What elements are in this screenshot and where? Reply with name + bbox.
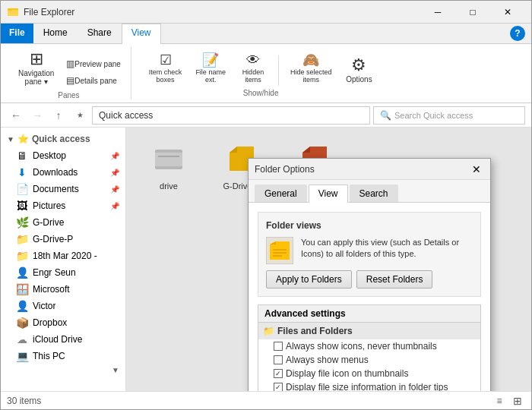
- list-view-button[interactable]: ≡: [492, 393, 507, 408]
- extensions-label: File nameext.: [195, 68, 226, 84]
- file-icon-checkbox[interactable]: ✓: [274, 369, 283, 378]
- dropbox-label: Dropbox: [33, 317, 67, 328]
- options-icon: ⚙: [351, 55, 366, 75]
- options-label: Options: [346, 75, 372, 84]
- desktop-icon: 🖥: [16, 150, 28, 162]
- folder-view-icon: [266, 237, 293, 264]
- apply-to-folders-button[interactable]: Apply to Folders: [266, 270, 352, 289]
- panes-group: ⊞ Navigation pane ▾ ▥ Preview pane ▤ Det…: [7, 47, 131, 99]
- adv-always-menus[interactable]: Always show menus: [258, 353, 480, 367]
- this-pc-icon: 💻: [16, 350, 28, 362]
- gdrive-icon: 🌿: [16, 216, 28, 229]
- reset-folders-button[interactable]: Reset Folders: [356, 270, 433, 289]
- sidebar-item-engr-seun[interactable]: 👤 Engr Seun: [1, 264, 125, 281]
- panes-label: Panes: [58, 91, 79, 99]
- 18th-mar-icon: 📁: [16, 250, 28, 262]
- adv-file-size[interactable]: ✓ Display file size information in folde…: [258, 380, 480, 391]
- dialog-tab-search[interactable]: Search: [350, 184, 398, 202]
- sidebar-item-victor[interactable]: 👤 Victor: [1, 298, 125, 314]
- show-hide-group: ☑ Item checkboxes 📝 File nameext. 👁 Hidd…: [138, 49, 385, 97]
- hidden-icon: 👁: [246, 52, 260, 68]
- file-extensions-button[interactable]: 📝 File nameext.: [190, 49, 231, 86]
- file-size-label: Display file size information in folder …: [286, 382, 448, 391]
- gdrive-label: G-Drive: [33, 217, 64, 228]
- details-view-button[interactable]: ⊞: [510, 393, 525, 408]
- sidebar-item-gdrive-p[interactable]: 📁 G-Drive-P: [1, 231, 125, 248]
- dialog-title-bar: Folder Options ✕: [249, 159, 490, 180]
- hidden-label: Hiddenitems: [242, 68, 264, 84]
- nav-pane-icon: ⊞: [30, 49, 43, 69]
- forward-button[interactable]: →: [28, 106, 46, 125]
- documents-icon: 📄: [16, 183, 28, 195]
- file-size-checkbox[interactable]: ✓: [274, 383, 283, 391]
- tab-share[interactable]: Share: [78, 24, 122, 43]
- hidden-items-button[interactable]: 👁 Hiddenitems: [234, 50, 272, 86]
- separator: [278, 55, 279, 86]
- hide-selected-button[interactable]: 🙈 Hide selecteditems: [285, 49, 337, 86]
- sidebar-item-downloads[interactable]: ⬇ Downloads 📌: [1, 164, 125, 181]
- dialog-title: Folder Options: [255, 164, 469, 175]
- main-content: ▼ ⭐ Quick access 🖥 Desktop 📌 ⬇ Downloads…: [1, 128, 531, 391]
- address-text: Quick access: [99, 110, 153, 121]
- item-checkboxes-button[interactable]: ☑ Item checkboxes: [144, 49, 188, 86]
- sidebar-item-gdrive[interactable]: 🌿 G-Drive: [1, 214, 125, 231]
- help-button[interactable]: ?: [510, 26, 525, 41]
- view-buttons: ≡ ⊞: [492, 393, 525, 408]
- always-menus-checkbox[interactable]: [274, 355, 283, 364]
- quick-access-header[interactable]: ▼ ⭐ Quick access: [1, 131, 125, 147]
- maximize-button[interactable]: □: [455, 1, 490, 24]
- always-icons-checkbox[interactable]: [274, 342, 283, 351]
- minimize-button[interactable]: ─: [420, 1, 455, 24]
- ribbon: File Home Share View ? ⊞ Navigation pane…: [1, 24, 531, 103]
- gdrive-p-icon: 📁: [16, 233, 28, 245]
- navigation-pane-button[interactable]: ⊞ Navigation pane ▾: [13, 47, 59, 88]
- search-placeholder: Search Quick access: [394, 111, 473, 120]
- folder-views-desc: You can apply this view (such as Details…: [301, 237, 473, 260]
- quick-access-label: Quick access: [32, 134, 90, 144]
- dialog-tab-view[interactable]: View: [309, 184, 348, 203]
- victor-label: Victor: [33, 301, 55, 311]
- back-button[interactable]: ←: [7, 106, 25, 125]
- pictures-label: Pictures: [33, 200, 65, 211]
- details-icon: ▤: [66, 75, 74, 86]
- sidebar-item-icloud[interactable]: ☁ iCloud Drive: [1, 331, 125, 348]
- advanced-title-text: Advanced settings: [264, 308, 346, 319]
- file-explorer-window: File Explorer ─ □ ✕ File Home Share View…: [0, 0, 532, 410]
- sidebar-item-desktop[interactable]: 🖥 Desktop 📌: [1, 147, 125, 164]
- details-pane-button[interactable]: ▤ Details pane: [62, 73, 125, 88]
- options-button[interactable]: ⚙ Options: [340, 53, 378, 86]
- folder-views-content: You can apply this view (such as Details…: [266, 237, 473, 264]
- advanced-scroll[interactable]: 📁 Files and Folders Always show icons, n…: [258, 323, 480, 391]
- downloads-pin: 📌: [110, 169, 119, 177]
- sidebar-item-this-pc[interactable]: 💻 This PC: [1, 348, 125, 364]
- documents-pin: 📌: [110, 185, 119, 194]
- tab-home[interactable]: Home: [33, 24, 78, 43]
- files-folders-category[interactable]: 📁 Files and Folders: [258, 323, 480, 339]
- sidebar-item-documents[interactable]: 📄 Documents 📌: [1, 181, 125, 197]
- sidebar-scroll-down[interactable]: ▼: [112, 366, 119, 374]
- icloud-icon: ☁: [16, 333, 28, 345]
- close-button[interactable]: ✕: [490, 1, 525, 24]
- hide-selected-icon: 🙈: [302, 52, 319, 68]
- recent-button[interactable]: ★: [71, 106, 89, 125]
- downloads-label: Downloads: [33, 167, 78, 178]
- folder-views-title: Folder views: [266, 220, 473, 231]
- preview-pane-button[interactable]: ▥ Preview pane: [62, 56, 125, 71]
- search-bar[interactable]: 🔍 Search Quick access: [373, 106, 525, 125]
- adv-always-icons[interactable]: Always show icons, never thumbnails: [258, 339, 480, 353]
- folder-options-dialog: Folder Options ✕ General View Search Fol…: [248, 158, 491, 391]
- sidebar-item-microsoft[interactable]: 🪟 Microsoft: [1, 281, 125, 298]
- tab-view[interactable]: View: [122, 24, 161, 44]
- folder-views-section: Folder views Y: [258, 212, 481, 297]
- sidebar-item-pictures[interactable]: 🖼 Pictures 📌: [1, 197, 125, 214]
- tab-file[interactable]: File: [1, 24, 33, 43]
- up-button[interactable]: ↑: [49, 106, 68, 125]
- dialog-close-button[interactable]: ✕: [469, 162, 484, 177]
- dialog-tab-general[interactable]: General: [255, 184, 307, 202]
- adv-file-icon[interactable]: ✓ Display file icon on thumbnails: [258, 367, 480, 380]
- sidebar-item-18th-mar[interactable]: 📁 18th Mar 2020 -: [1, 248, 125, 264]
- address-bar[interactable]: Quick access: [92, 106, 370, 125]
- microsoft-icon: 🪟: [16, 283, 28, 295]
- sidebar-item-dropbox[interactable]: 📦 Dropbox: [1, 314, 125, 331]
- checkboxes-icon: ☑: [160, 52, 172, 68]
